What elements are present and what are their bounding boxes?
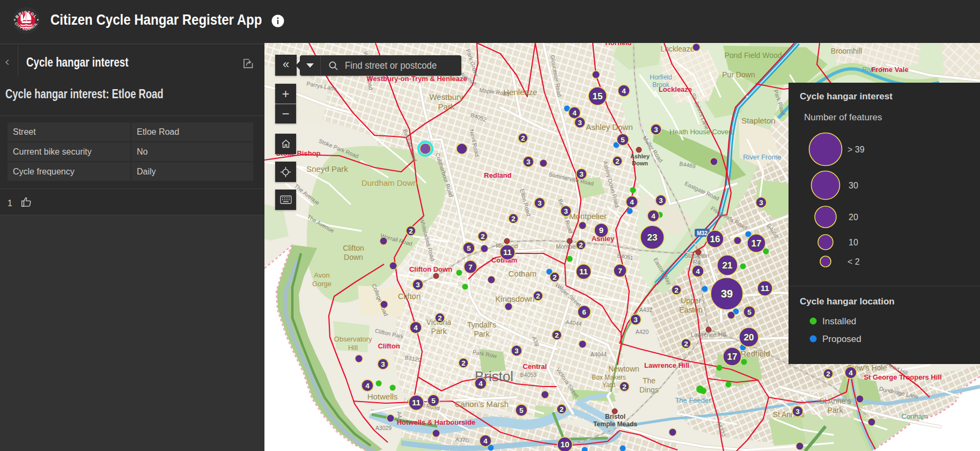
svg-text:Tyndall's: Tyndall's [467, 321, 496, 329]
svg-text:2: 2 [579, 241, 583, 249]
svg-text:4: 4 [696, 267, 700, 275]
svg-text:3: 3 [564, 207, 568, 215]
svg-text:Kingsdown: Kingsdown [495, 294, 534, 303]
svg-text:5: 5 [519, 406, 524, 414]
svg-text:2: 2 [521, 134, 525, 142]
svg-text:Broomhill: Broomhill [831, 47, 862, 55]
svg-text:Gorge: Gorge [312, 280, 331, 288]
svg-text:Park: Park [431, 327, 447, 336]
svg-text:2: 2 [615, 157, 620, 165]
svg-text:2: 2 [438, 314, 442, 322]
svg-text:M32: M32 [697, 230, 708, 236]
svg-text:20: 20 [744, 332, 754, 343]
svg-text:4: 4 [572, 109, 577, 117]
svg-text:5: 5 [621, 136, 625, 144]
svg-text:Park: Park [828, 406, 844, 414]
svg-text:Yard: Yard [602, 381, 615, 389]
svg-text:Horfield: Horfield [650, 74, 672, 81]
svg-text:Clifton: Clifton [343, 244, 364, 252]
svg-text:Frome Vale: Frome Vale [871, 66, 908, 74]
svg-text:3: 3 [659, 197, 663, 205]
svg-text:4: 4 [414, 324, 418, 332]
svg-text:2: 2 [552, 273, 557, 281]
svg-text:Box Makers: Box Makers [592, 374, 625, 381]
svg-text:11: 11 [412, 398, 421, 407]
svg-text:Henleaze: Henleaze [503, 88, 537, 97]
svg-text:10: 10 [561, 440, 570, 449]
svg-text:Park: Park [474, 330, 490, 338]
svg-text:Easton: Easton [679, 305, 703, 314]
svg-text:Lawrence Hill: Lawrence Hill [644, 361, 689, 369]
svg-text:3: 3 [654, 126, 658, 134]
svg-text:3: 3 [514, 347, 519, 355]
svg-text:The Feeder: The Feeder [675, 396, 711, 404]
svg-text:4: 4 [622, 87, 626, 95]
svg-text:2: 2 [481, 232, 485, 241]
svg-text:4: 4 [365, 382, 370, 390]
svg-text:23: 23 [647, 232, 658, 243]
svg-text:Clifton: Clifton [398, 292, 421, 301]
svg-text:21: 21 [723, 260, 733, 271]
svg-text:4: 4 [630, 198, 634, 206]
svg-text:4: 4 [849, 369, 853, 377]
svg-text:Cotham: Cotham [509, 269, 537, 278]
svg-text:Westbury: Westbury [429, 92, 463, 101]
svg-text:< 2: < 2 [848, 257, 860, 266]
svg-text:A4: A4 [396, 411, 403, 419]
svg-text:5: 5 [747, 308, 751, 316]
svg-text:3: 3 [759, 199, 763, 207]
svg-text:2: 2 [461, 359, 466, 367]
svg-text:7: 7 [618, 267, 622, 275]
svg-text:Stapleton: Stapleton [741, 116, 775, 125]
svg-text:39: 39 [721, 288, 733, 300]
svg-text:3: 3 [537, 199, 542, 207]
svg-text:A4044: A4044 [591, 351, 607, 358]
svg-text:Dings: Dings [639, 385, 659, 394]
svg-text:3: 3 [416, 281, 420, 289]
svg-text:The: The [643, 376, 655, 385]
svg-text:2: 2 [674, 286, 679, 294]
svg-text:Upper: Upper [681, 296, 701, 305]
svg-text:30: 30 [849, 181, 858, 190]
svg-text:15: 15 [593, 91, 603, 101]
svg-text:11: 11 [579, 267, 588, 276]
svg-text:2: 2 [555, 331, 559, 339]
svg-text:Lockleaze: Lockleaze [659, 85, 692, 93]
svg-text:3: 3 [633, 316, 638, 324]
svg-text:2: 2 [536, 292, 540, 300]
svg-text:7: 7 [468, 263, 473, 271]
svg-text:Horfield: Horfield [605, 43, 631, 47]
svg-text:Pur Down: Pur Down [722, 70, 755, 79]
svg-text:St Anne's: St Anne's [820, 397, 851, 405]
svg-text:Heath House Covert: Heath House Covert [669, 128, 733, 136]
svg-text:17: 17 [727, 352, 738, 362]
svg-text:Avon: Avon [314, 271, 329, 279]
svg-text:River Frome: River Frome [743, 153, 782, 161]
svg-text:Conham: Conham [901, 412, 927, 420]
svg-text:Rd: Rd [693, 259, 701, 265]
svg-text:11: 11 [503, 248, 512, 257]
svg-text:Montpelier: Montpelier [569, 212, 607, 221]
svg-text:16: 16 [710, 234, 720, 244]
svg-text:4: 4 [651, 212, 655, 220]
svg-text:3: 3 [579, 170, 584, 178]
svg-text:Clifton Down: Clifton Down [409, 265, 452, 273]
svg-text:Pond Field Wood: Pond Field Wood [724, 51, 782, 60]
svg-text:6: 6 [582, 308, 586, 316]
svg-text:Down: Down [344, 253, 363, 261]
svg-text:3: 3 [381, 360, 385, 368]
svg-text:10: 10 [849, 238, 858, 247]
svg-text:A370: A370 [455, 436, 469, 443]
svg-text:Hotwells: Hotwells [367, 392, 398, 401]
svg-text:Westbury-on-Trym & Henleaze: Westbury-on-Trym & Henleaze [366, 75, 467, 83]
svg-text:Temple Meads: Temple Meads [593, 420, 637, 428]
svg-text:4: 4 [483, 437, 488, 445]
svg-text:3: 3 [526, 158, 530, 166]
svg-text:Newtown: Newtown [608, 365, 639, 373]
svg-text:Park: Park [438, 102, 455, 111]
svg-text:11: 11 [761, 283, 769, 293]
svg-text:5: 5 [431, 397, 436, 405]
svg-text:3: 3 [578, 119, 582, 127]
svg-text:Sneyd Park: Sneyd Park [306, 164, 348, 173]
svg-text:Hotwells & Harbourside: Hotwells & Harbourside [397, 418, 476, 426]
